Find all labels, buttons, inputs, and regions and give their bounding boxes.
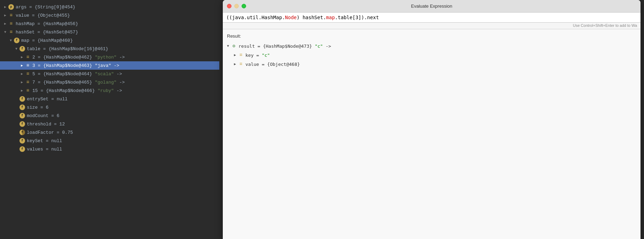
tree-row[interactable]: 15 = {HashMap$Node@466} "ruby" -> [0, 86, 219, 95]
tree-row[interactable]: f keySet = null [0, 137, 219, 145]
traffic-lights[interactable] [227, 4, 246, 8]
tree-row-text: keySet = null [27, 138, 62, 144]
tree-row[interactable]: p args = {String[0]@454} [0, 3, 219, 11]
expr-part-2: ) hashSet. [297, 15, 326, 20]
tree-row[interactable]: 5 = {HashMap$Node@464} "scala" -> [0, 70, 219, 78]
tree-row[interactable]: hashMap = {HashMap@456} [0, 20, 219, 28]
expand-arrow[interactable] [19, 55, 24, 60]
tree-row-text: args = {String[0]@454} [16, 5, 76, 10]
watch-icon: ⚙ [231, 43, 237, 49]
tree-row[interactable]: 7 = {HashMap$Node@465} "golang" -> [0, 78, 219, 86]
result-row-text: value = {Object@468} [245, 62, 300, 67]
result-row-text: key = "c" [245, 53, 270, 58]
close-button[interactable] [227, 4, 231, 8]
field-icon: f [19, 96, 25, 102]
tree-row-text: 2 = {HashMap$Node@462} "python" -> [32, 55, 125, 60]
tree-row-text: 5 = {HashMap$Node@464} "scala" -> [32, 71, 122, 77]
expr-part-1: ((java.util.HashMap. [226, 15, 285, 20]
expand-arrow[interactable] [233, 62, 237, 67]
expr-map-keyword: map [326, 15, 335, 20]
param-icon: p [8, 4, 14, 10]
tree-row-text: value = {Object@455} [16, 13, 70, 18]
dialog-title: Evaluate Expression [411, 3, 453, 9]
result-area: Result: ⚙ result = {HashMap$Node@473} "c… [223, 29, 641, 239]
field-icon: f [19, 113, 25, 118]
tree-row-text: 7 = {HashMap$Node@465} "golang" -> [32, 80, 125, 85]
lines-icon [25, 79, 31, 85]
expand-arrow[interactable] [19, 80, 24, 85]
expand-arrow[interactable] [3, 5, 8, 9]
lines-icon [8, 29, 14, 35]
tree-row[interactable]: f loadFactor = 0.75 [0, 128, 219, 137]
evaluate-expression-dialog[interactable]: Evaluate Expression ((java.util.HashMap.… [223, 0, 641, 239]
expression-area[interactable]: ((java.util.HashMap.Node) hashSet.map.ta… [223, 13, 641, 23]
expand-arrow[interactable] [14, 46, 19, 51]
tree-row-text: size = 6 [27, 105, 48, 110]
lines-icon [25, 88, 31, 93]
tree-row[interactable]: f values = null [0, 145, 219, 153]
expand-arrow[interactable] [8, 38, 13, 43]
expand-arrow[interactable] [226, 44, 230, 48]
expression-hint: Use Control+Shift+Enter to add to Wa [223, 23, 641, 29]
lines-icon [25, 71, 31, 77]
expr-part-3: .table[3]).next [335, 15, 379, 20]
field-icon: f [19, 105, 25, 110]
maximize-button[interactable] [242, 4, 246, 8]
result-row-text: result = {HashMap$Node@473} "c" -> [238, 44, 331, 49]
lines-icon [8, 21, 14, 26]
tree-row-text: threshold = 12 [27, 122, 65, 127]
tree-row-text: hashSet = {HashSet@457} [16, 30, 78, 35]
expand-arrow[interactable] [3, 30, 8, 34]
expand-arrow[interactable] [3, 21, 8, 26]
field-icon: f [19, 46, 25, 52]
tree-row-text: map = {HashMap@460} [21, 38, 73, 43]
tree-row[interactable]: hashSet = {HashSet@457} [0, 28, 219, 36]
field-icon: f [19, 146, 25, 152]
expand-arrow[interactable] [233, 53, 237, 57]
expand-arrow[interactable] [19, 71, 24, 76]
tree-row[interactable]: f map = {HashMap@460} [0, 36, 219, 45]
tree-row-text: entrySet = null [27, 97, 68, 102]
lines-icon [8, 13, 14, 18]
tree-row[interactable]: f modCount = 6 [0, 111, 219, 120]
lines-icon [238, 52, 244, 58]
tree-row[interactable]: f table = {HashMap$Node[16]@461} [0, 45, 219, 53]
tree-row[interactable]: f threshold = 12 [0, 120, 219, 128]
tree-row-text: 15 = {HashMap$Node@466} "ruby" -> [32, 88, 122, 93]
expression-text[interactable]: ((java.util.HashMap.Node) hashSet.map.ta… [226, 15, 637, 20]
tree-row[interactable]: f size = 6 [0, 103, 219, 111]
variables-panel[interactable]: p args = {String[0]@454} value = {Object… [0, 0, 219, 239]
minimize-button[interactable] [234, 4, 239, 8]
result-tree-row[interactable]: key = "c" [223, 51, 641, 60]
dialog-titlebar: Evaluate Expression [223, 0, 641, 13]
field-icon: f [14, 38, 19, 43]
lines-icon [25, 63, 31, 68]
expand-arrow[interactable] [3, 13, 8, 18]
expand-arrow[interactable] [19, 63, 24, 68]
tree-row[interactable]: f entrySet = null [0, 95, 219, 103]
result-tree-row[interactable]: value = {Object@468} [223, 60, 641, 69]
hint-text: Use Control+Shift+Enter to add to Wa [573, 23, 637, 28]
tree-row-text: modCount = 6 [27, 113, 60, 118]
tree-row-text: values = null [27, 147, 62, 152]
tree-row-text: loadFactor = 0.75 [27, 130, 73, 135]
lines-icon [25, 54, 31, 60]
lines-icon [238, 61, 244, 67]
tree-row-text: 3 = {HashMap$Node@463} "java" -> [32, 63, 119, 68]
tree-row[interactable]: value = {Object@455} [0, 11, 219, 20]
expand-arrow[interactable] [19, 88, 24, 93]
tree-row-text: hashMap = {HashMap@456} [16, 21, 78, 26]
tree-row-selected[interactable]: 3 = {HashMap$Node@463} "java" -> [0, 61, 219, 70]
result-label: Result: [223, 32, 641, 41]
field-icon: f [19, 121, 25, 127]
tree-row-text: table = {HashMap$Node[16]@461} [27, 46, 108, 52]
field-icon: f [19, 138, 25, 144]
result-tree-row[interactable]: ⚙ result = {HashMap$Node@473} "c" -> [223, 41, 641, 51]
field-icon-partial: f [19, 130, 25, 135]
tree-row[interactable]: 2 = {HashMap$Node@462} "python" -> [0, 53, 219, 61]
expr-node-keyword: Node [285, 15, 297, 20]
